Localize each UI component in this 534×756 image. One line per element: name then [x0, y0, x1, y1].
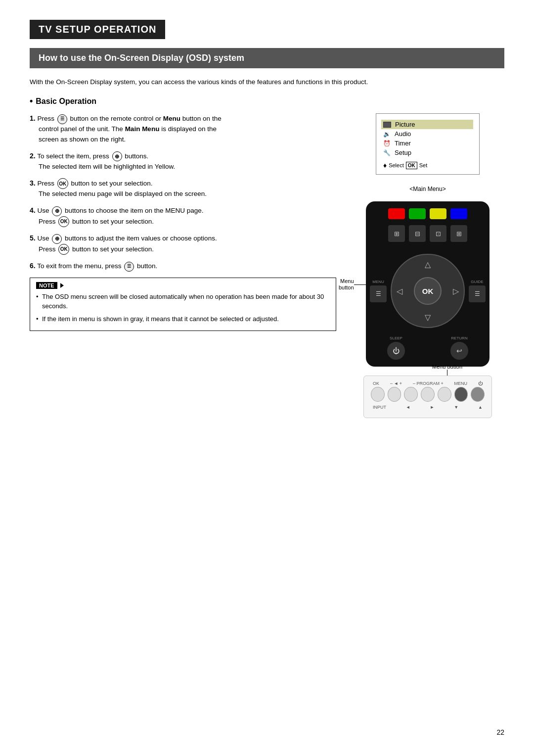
note-item-2: If the item in menu is shown in gray, it… — [36, 314, 330, 324]
updown-icon-step4: ⊕ — [52, 206, 62, 216]
menu-button-annotation: Menubutton — [339, 278, 368, 291]
basic-operation-title: Basic Operation — [30, 96, 504, 106]
remote-wrap: Menubutton ⊞ ⊟ — [366, 201, 490, 367]
ok-icon-step3: OK — [57, 178, 68, 189]
page-number: 22 — [496, 728, 504, 736]
step-2: 2. To select the item, press ⊕ buttons. … — [30, 151, 336, 172]
cp-prog-down-button[interactable] — [421, 387, 435, 402]
guide-button[interactable]: ☰ — [469, 285, 486, 302]
index-button[interactable]: ⊟ — [409, 225, 426, 242]
step-6: 6. To exit from the menu, press ☰ button… — [30, 261, 336, 272]
guide-label-text: GUIDE — [471, 280, 483, 284]
intro-text: With the On-Screen Display system, you c… — [30, 77, 504, 87]
cp-bottom-labels: INPUT ◄ ► ▼ ▲ — [371, 405, 485, 410]
color-buttons-row — [388, 208, 467, 219]
cp-buttons-row — [371, 387, 485, 402]
control-panel: OK – ◄ + – PROGRAM + MENU ⏻ — [363, 376, 492, 418]
note-box: NOTE The OSD menu screen will be closed … — [30, 278, 336, 331]
green-button[interactable] — [409, 208, 426, 219]
nav-up-button[interactable]: △ — [425, 260, 431, 269]
remote-control: ⊞ ⊟ ⊡ ⊞ MENU — [366, 201, 490, 367]
reveal-button[interactable]: ⊞ — [450, 225, 467, 242]
red-button[interactable] — [388, 208, 405, 219]
nav-down-button[interactable]: ▽ — [425, 313, 431, 322]
timer-icon: ⏰ — [383, 140, 391, 147]
picture-icon — [383, 122, 391, 128]
steps-column: 1. Press ☰ button on the remote control … — [30, 113, 336, 331]
nav-right-button[interactable]: ▷ — [453, 286, 459, 296]
ok-box-footer: OK — [406, 162, 417, 169]
note-item-1: The OSD menu screen will be closed autom… — [36, 292, 330, 311]
ok-icon-step5: OK — [58, 244, 69, 255]
step-3: 3. Press OK button to set your selection… — [30, 178, 336, 199]
cp-ok-button[interactable] — [371, 387, 385, 402]
audio-icon: 🔉 — [383, 131, 391, 138]
menu-icon-step1: ☰ — [57, 114, 67, 124]
section-header: How to use the On-Screen Display (OSD) s… — [30, 48, 504, 68]
main-menu-label: <Main Menu> — [409, 186, 445, 192]
cp-top-labels: OK – ◄ + – PROGRAM + MENU ⏻ — [371, 381, 485, 386]
tv-setup-header: TV SETUP OPERATION — [30, 20, 165, 39]
osd-menu-box: Picture 🔉 Audio ⏰ Timer 🔧 Setup ♦ Select… — [376, 113, 480, 175]
updown-icon-step5: ⊕ — [52, 234, 62, 244]
yellow-button[interactable] — [430, 208, 446, 219]
setup-icon: 🔧 — [383, 149, 391, 156]
menu-label-text: MENU — [372, 280, 384, 284]
right-column: Picture 🔉 Audio ⏰ Timer 🔧 Setup ♦ Select… — [351, 113, 504, 418]
step-5: 5. Use ⊕ buttons to adjust the item valu… — [30, 233, 336, 255]
hold-button[interactable]: ⊡ — [430, 225, 446, 242]
cp-prog-up-button[interactable] — [438, 387, 451, 402]
nav-left-button[interactable]: ◁ — [397, 286, 402, 296]
blue-button[interactable] — [450, 208, 467, 219]
menu-button-remote[interactable]: ☰ — [370, 285, 387, 302]
sleep-label-text: SLEEP — [390, 336, 402, 340]
return-button[interactable]: ↩ — [450, 342, 468, 360]
cp-vol-up-button[interactable] — [404, 387, 418, 402]
cp-power-button[interactable] — [471, 387, 485, 402]
step-1: 1. Press ☰ button on the remote control … — [30, 113, 336, 145]
note-label: NOTE — [36, 282, 57, 289]
osd-footer: ♦ Select OK Set — [383, 161, 471, 169]
ok-icon-step4: OK — [58, 216, 69, 227]
cp-vol-down-button[interactable] — [388, 387, 401, 402]
osd-menu-item-picture: Picture — [381, 120, 473, 129]
return-label-text: RETURN — [451, 336, 467, 340]
ok-button-remote[interactable]: OK — [414, 277, 442, 305]
cp-menu-button[interactable] — [454, 387, 468, 402]
control-panel-wrap: Menu button OK – ◄ + – PROGRAM + MENU ⏻ — [363, 376, 492, 418]
bottom-buttons-row: SLEEP ⏻ RETURN ↩ — [387, 336, 468, 360]
osd-menu-item-audio: 🔉 Audio — [383, 129, 471, 139]
osd-menu-item-timer: ⏰ Timer — [383, 139, 471, 148]
teletext-button[interactable]: ⊞ — [388, 225, 405, 242]
updown-icon-step2: ⊕ — [112, 151, 122, 161]
nav-cluster: △ ▽ ◁ ▷ OK — [391, 254, 465, 328]
menu-icon-step6: ☰ — [124, 262, 134, 272]
sleep-button[interactable]: ⏻ — [387, 342, 405, 360]
step-4: 4. Use ⊕ buttons to choose the item on t… — [30, 205, 336, 227]
osd-menu-item-setup: 🔧 Setup — [383, 148, 471, 157]
